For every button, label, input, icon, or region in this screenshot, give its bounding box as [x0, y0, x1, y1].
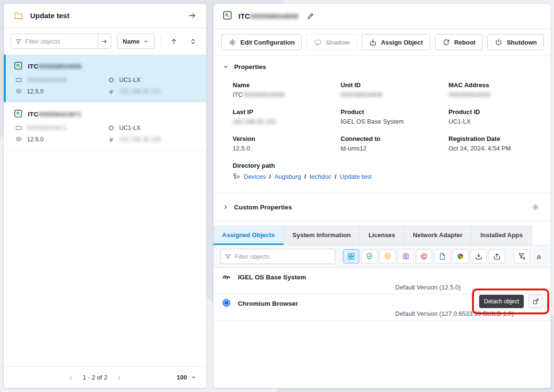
- tab-installed-apps[interactable]: Installed Apps: [471, 225, 531, 245]
- divider: [161, 36, 161, 46]
- page-range-label: 1 - 2 of 2: [83, 374, 107, 381]
- assigned-filter-input-group: [220, 249, 335, 264]
- arrow-right-icon: [101, 38, 108, 45]
- chevron-down-icon: [190, 374, 197, 380]
- field-connected-to: Connected to td-ums12: [341, 135, 448, 152]
- more-actions-button[interactable]: [549, 35, 551, 49]
- unit-id-cell: 005058934908: [15, 76, 107, 84]
- ip-cell: # 192.168.30.102: [107, 88, 200, 95]
- device-icon: [222, 10, 233, 23]
- detail-title: ITC005058934908: [238, 12, 298, 20]
- clear-filter-button[interactable]: [514, 249, 530, 264]
- custom-properties-header[interactable]: Custom Properties: [213, 193, 551, 221]
- device-list-item[interactable]: ITC005058934908 005058934908 UC1-LX 12.5…: [4, 55, 206, 103]
- id-card-icon: [15, 76, 23, 84]
- arrow-right-icon: [188, 11, 197, 20]
- properties-grid: Name ITC005058934908 Unit ID 00505893490…: [213, 78, 551, 193]
- filter-templates-button[interactable]: [434, 249, 450, 264]
- shadow-button[interactable]: Shadow: [306, 34, 357, 50]
- ip-address: 192.168.30.102: [119, 88, 161, 95]
- device-list: ITC005058934908 005058934908 UC1-LX 12.5…: [4, 55, 206, 366]
- page-size-select[interactable]: 100: [177, 374, 197, 381]
- chromium-icon: [221, 298, 232, 310]
- breadcrumb-separator: /: [305, 173, 306, 180]
- app-canvas: Update test Name: [0, 0, 554, 392]
- device-list-item[interactable]: ITC005058423871 005058423871 UC1-LX 12.5…: [4, 103, 206, 150]
- sort-direction-button[interactable]: [167, 35, 180, 48]
- assigned-filter-input[interactable]: [232, 253, 335, 260]
- filter-master-profiles-button[interactable]: [379, 249, 396, 264]
- tab-system-information[interactable]: System Information: [284, 225, 360, 245]
- button-label: Shadow: [326, 39, 350, 46]
- filter-objects-input[interactable]: [22, 38, 98, 45]
- custom-properties-settings-button[interactable]: [529, 200, 542, 214]
- tab-assigned-objects[interactable]: Assigned Objects: [213, 225, 284, 245]
- tab-licenses[interactable]: Licenses: [360, 225, 404, 245]
- breadcrumb-link-augsburg[interactable]: Augsburg: [274, 173, 301, 180]
- field-version: Version 12.5.0: [233, 135, 341, 152]
- pagination-center: 1 - 2 of 2: [13, 374, 177, 381]
- filter-grid-view-button[interactable]: [343, 249, 359, 264]
- igel-os-icon: [221, 271, 232, 283]
- button-label: Edit Configuration: [240, 39, 295, 46]
- tab-network-adapter[interactable]: Network Adapter: [404, 225, 472, 245]
- apply-filter-button[interactable]: [98, 34, 111, 48]
- sort-label: Name: [123, 38, 140, 45]
- import-button[interactable]: [471, 249, 487, 264]
- collapse-list-button[interactable]: [532, 250, 545, 263]
- export-button[interactable]: [489, 249, 505, 264]
- clear-filter-icon: [518, 252, 526, 261]
- power-icon: [495, 38, 503, 46]
- product-id: UC1-LX: [119, 77, 141, 83]
- hide-panel-button[interactable]: [185, 9, 199, 23]
- unfold-icon: [189, 37, 197, 46]
- shutdown-button[interactable]: Shutdown: [487, 34, 544, 50]
- page-size-value: 100: [177, 374, 187, 381]
- reboot-button[interactable]: Reboot: [435, 34, 483, 50]
- sort-dropdown[interactable]: Name: [117, 34, 155, 49]
- product-id-cell: UC1-LX: [107, 124, 200, 132]
- product-id: UC1-LX: [119, 125, 141, 131]
- unit-id-cell: 005058423871: [15, 124, 107, 132]
- detach-object-button[interactable]: [529, 295, 543, 308]
- panel-title: Update test: [30, 12, 180, 20]
- next-page-button[interactable]: [115, 374, 123, 381]
- section-title: Properties: [234, 63, 266, 70]
- unit-id: 005058934908: [27, 77, 67, 83]
- filter-profiles-button[interactable]: [361, 249, 377, 264]
- version: 12.5.0: [27, 88, 44, 95]
- chevron-down-icon: [222, 63, 229, 70]
- field-unit-id: Unit ID 005058934908: [341, 81, 448, 98]
- filter-apps-button[interactable]: [398, 249, 414, 264]
- shield-badge-icon: [383, 252, 392, 261]
- collapse-icon: [535, 253, 543, 261]
- assigned-objects-toolbar: [213, 245, 551, 268]
- gear-icon: [228, 38, 236, 46]
- detach-object-tooltip: Detach object: [479, 295, 524, 308]
- breadcrumb-link-devices[interactable]: Devices: [244, 173, 266, 180]
- filter-firmware-button[interactable]: [416, 249, 432, 264]
- field-registration-date: Registration Date Oct 24, 2024, 4:54 PM: [448, 135, 531, 152]
- detail-tabs: Assigned Objects System Information Lice…: [213, 225, 551, 245]
- properties-section-header[interactable]: Properties: [213, 56, 551, 78]
- funnel-icon: [224, 253, 232, 260]
- device-meta: 005058934908 UC1-LX 12.5.0 # 192.168.30.…: [15, 76, 200, 95]
- prev-page-button[interactable]: [67, 374, 75, 381]
- rename-device-button[interactable]: [304, 10, 317, 23]
- breadcrumb-link-update-test[interactable]: Update test: [340, 173, 372, 180]
- template-file-icon: [438, 252, 447, 261]
- chevron-right-icon: [115, 374, 123, 381]
- edit-configuration-button[interactable]: Edit Configuration: [221, 34, 302, 50]
- custom-properties-section: Custom Properties: [213, 193, 551, 221]
- folder-icon: [12, 9, 25, 23]
- field-mac-address: MAC Address 005058934908: [448, 81, 531, 98]
- filter-statistics-button[interactable]: [452, 249, 469, 264]
- breadcrumb-separator: /: [335, 173, 337, 180]
- device-list-header: Update test: [4, 4, 206, 28]
- breadcrumb-link-techdoc[interactable]: techdoc: [309, 173, 331, 180]
- field-product-id: Product ID UC1-LX: [448, 108, 531, 125]
- assign-object-button[interactable]: Assign Object: [362, 34, 430, 50]
- collapse-all-button[interactable]: [186, 35, 200, 48]
- field-name: Name ITC005058934908: [233, 81, 341, 98]
- version: 12.5.0: [27, 136, 44, 143]
